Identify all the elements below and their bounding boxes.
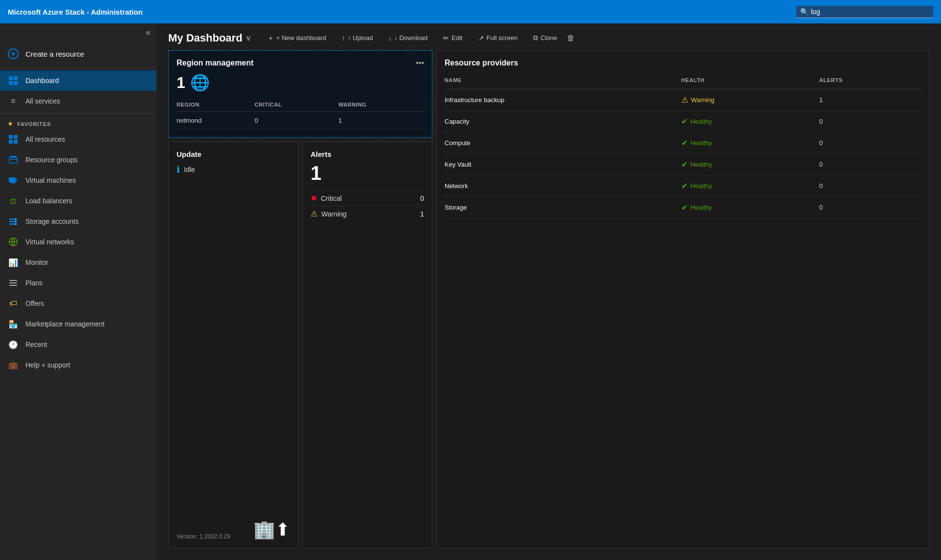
sidebar-item-help-support[interactable]: 💼 Help + support — [0, 355, 157, 375]
update-status: ℹ Idle — [177, 164, 290, 175]
rp-name-cell: Key Vault — [445, 154, 681, 175]
rp-name-header: NAME — [445, 75, 681, 89]
svg-point-17 — [15, 221, 16, 222]
rp-health-cell: ✔ Healthy — [681, 111, 819, 132]
upload-button[interactable]: ↑ ↑ Upload — [336, 32, 379, 44]
search-input[interactable] — [796, 6, 933, 18]
update-status-label: Idle — [184, 166, 195, 173]
rp-alerts-cell: 0 — [819, 154, 921, 175]
create-resource-label: Create a resource — [25, 50, 84, 58]
healthy-status-icon: ✔ — [681, 181, 688, 191]
resource-providers-title: Resource providers — [445, 59, 921, 67]
sidebar-item-plans[interactable]: Plans — [0, 273, 157, 293]
resource-groups-label: Resource groups — [25, 156, 78, 164]
load-balancers-icon: ⚖ — [8, 195, 19, 206]
list-item: ⚠ Warning 1 — [311, 206, 424, 221]
rp-health-cell: ✔ Healthy — [681, 175, 819, 197]
rp-health-cell: ✔ Healthy — [681, 154, 819, 175]
svg-point-16 — [15, 219, 16, 220]
plans-label: Plans — [25, 279, 43, 287]
full-screen-icon: ↗ — [478, 34, 484, 42]
favorites-section-label: ★ FAVORITES — [0, 116, 157, 129]
sidebar-collapse-button[interactable]: « — [0, 23, 157, 42]
download-button[interactable]: ↓ ↓ Download — [382, 32, 433, 44]
alerts-count: 1 — [311, 162, 424, 184]
sidebar-item-offers[interactable]: 🏷 Offers — [0, 293, 157, 314]
rp-name-cell: Compute — [445, 132, 681, 154]
edit-button[interactable]: ✏ Edit — [437, 32, 468, 44]
sidebar-item-marketplace-management[interactable]: 🏪 Marketplace management — [0, 314, 157, 334]
create-resource-button[interactable]: + Create a resource — [0, 42, 157, 66]
storage-accounts-icon — [8, 216, 19, 227]
svg-rect-21 — [9, 282, 17, 283]
region-management-panel: Region management ••• 1 🌐 REGION CRITICA… — [168, 50, 432, 138]
region-panel-menu-button[interactable]: ••• — [416, 59, 424, 67]
dashboard-dropdown-icon[interactable]: ∨ — [246, 33, 251, 43]
svg-rect-9 — [10, 156, 16, 158]
new-dashboard-button[interactable]: + + New dashboard — [263, 32, 332, 44]
sidebar-item-all-resources[interactable]: All resources — [0, 129, 157, 150]
app-title: Microsoft Azure Stack - Administration — [8, 8, 143, 16]
sidebar-item-virtual-machines[interactable]: Virtual machines — [0, 170, 157, 191]
marketplace-management-label: Marketplace management — [25, 320, 105, 328]
rp-alerts-cell: 0 — [819, 132, 921, 154]
clone-button[interactable]: ⧉ Clone — [527, 31, 563, 44]
all-resources-label: All resources — [25, 135, 65, 143]
svg-rect-12 — [11, 182, 16, 183]
list-item: ✖ Critical 0 — [311, 190, 424, 206]
healthy-status-icon: ✔ — [681, 203, 688, 212]
rp-health-label: Healthy — [691, 182, 712, 190]
critical-icon: ✖ — [311, 194, 317, 203]
rp-alerts-cell: 1 — [819, 89, 921, 111]
svg-rect-4 — [9, 135, 13, 139]
full-screen-button[interactable]: ↗ Full screen — [472, 32, 524, 44]
sidebar-item-virtual-networks[interactable]: Virtual networks — [0, 232, 157, 252]
sidebar-item-dashboard[interactable]: Dashboard — [0, 70, 157, 91]
topbar: Microsoft Azure Stack - Administration 🔍 — [0, 0, 941, 23]
sidebar-all-services-label: All services — [25, 97, 60, 105]
resource-providers-panel: Resource providers NAME HEALTH ALERTS In… — [436, 50, 929, 548]
healthy-status-icon: ✔ — [681, 138, 688, 148]
main-layout: « + Create a resource Dashboard ≡ All se… — [0, 23, 941, 560]
rp-health-header: HEALTH — [681, 75, 819, 89]
table-row: Infrastructure backup ⚠ Warning 1 — [445, 89, 921, 111]
load-balancers-label: Load balancers — [25, 197, 72, 205]
monitor-icon: 📊 — [8, 257, 19, 268]
region-count: 1 🌐 — [177, 73, 424, 92]
clone-icon: ⧉ — [533, 34, 538, 42]
recent-icon: 🕐 — [8, 339, 19, 350]
critical-col-header: CRITICAL — [255, 100, 338, 112]
rp-alerts-cell: 0 — [819, 111, 921, 132]
monitor-label: Monitor — [25, 258, 48, 266]
left-panels: Region management ••• 1 🌐 REGION CRITICA… — [168, 50, 432, 548]
sidebar-item-all-services[interactable]: ≡ All services — [0, 91, 157, 111]
delete-dashboard-button[interactable]: 🗑 — [567, 34, 575, 43]
virtual-machines-label: Virtual machines — [25, 176, 76, 184]
rp-health-label: Warning — [691, 96, 715, 104]
sidebar-item-storage-accounts[interactable]: Storage accounts — [0, 211, 157, 232]
all-resources-icon — [8, 134, 19, 145]
dashboard-title-wrap: My Dashboard ∨ — [168, 32, 251, 44]
sidebar-dashboard-label: Dashboard — [25, 77, 59, 85]
plus-icon: + — [8, 48, 19, 59]
sidebar-item-recent[interactable]: 🕐 Recent — [0, 334, 157, 355]
sidebar-item-resource-groups[interactable]: Resource groups — [0, 150, 157, 170]
recent-label: Recent — [25, 341, 47, 348]
svg-rect-6 — [9, 140, 13, 144]
region-cell: redmond — [177, 112, 255, 129]
download-icon: ↓ — [388, 34, 392, 42]
alerts-panel-title: Alerts — [311, 150, 424, 158]
sidebar-item-load-balancers[interactable]: ⚖ Load balancers — [0, 191, 157, 211]
new-dashboard-icon: + — [269, 34, 273, 42]
sidebar-item-monitor[interactable]: 📊 Monitor — [0, 252, 157, 273]
dashboard-toolbar: My Dashboard ∨ + + New dashboard ↑ ↑ Upl… — [157, 23, 941, 50]
rp-alerts-cell: 0 — [819, 175, 921, 197]
offers-icon: 🏷 — [8, 298, 19, 309]
svg-rect-3 — [14, 81, 18, 85]
edit-icon: ✏ — [443, 34, 449, 42]
dashboard-title: My Dashboard — [168, 32, 243, 44]
resource-groups-icon — [8, 154, 19, 165]
rp-health-label: Healthy — [691, 161, 712, 168]
update-panel-title: Update — [177, 150, 290, 158]
healthy-status-icon: ✔ — [681, 117, 688, 126]
